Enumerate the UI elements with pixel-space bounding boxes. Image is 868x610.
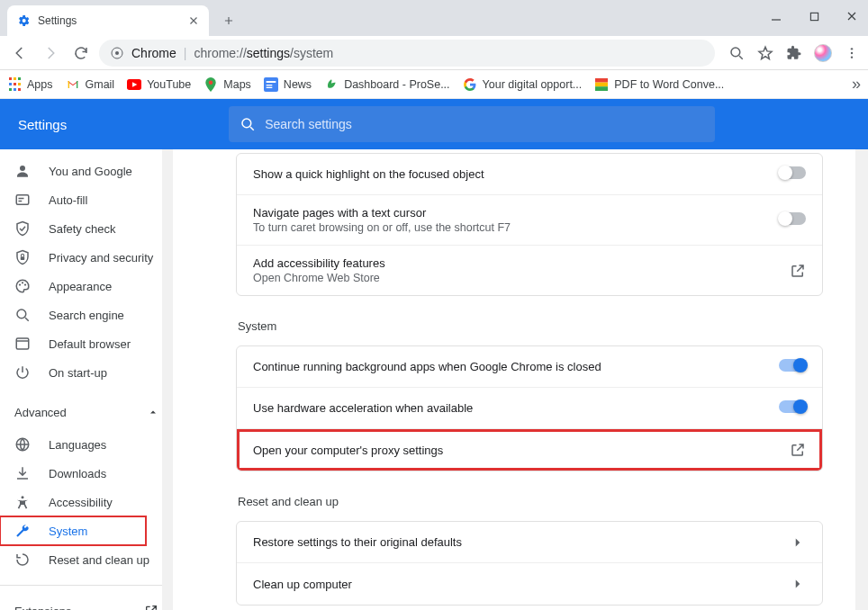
reload-button[interactable] (68, 40, 94, 66)
bookmark-pdf[interactable]: PDF to Word Conve... (594, 77, 724, 92)
svg-rect-20 (19, 201, 23, 202)
zoom-icon[interactable] (728, 44, 746, 62)
accessibility-icon (14, 494, 31, 510)
sidebar-item-reset[interactable]: Reset and clean up (0, 545, 173, 574)
search-icon (240, 116, 256, 132)
search-settings-icon (14, 307, 31, 323)
settings-main-panel: Show a quick highlight on the focused ob… (173, 149, 868, 610)
rainbow-doc-icon (594, 77, 609, 92)
section-title-reset: Reset and clean up (238, 495, 823, 508)
svg-rect-11 (267, 85, 273, 85)
svg-rect-18 (16, 195, 29, 205)
close-tab-icon[interactable] (187, 14, 200, 27)
close-window-button[interactable] (841, 5, 863, 27)
forward-button[interactable] (38, 40, 63, 66)
shield-check-icon (14, 220, 31, 237)
reset-card: Restore settings to their original defau… (236, 521, 823, 606)
bookmark-youtube[interactable]: YouTube (127, 77, 191, 92)
svg-point-8 (209, 80, 213, 85)
row-focus-highlight[interactable]: Show a quick highlight on the focused ob… (237, 154, 822, 195)
gmail-icon (66, 77, 80, 92)
settings-gear-icon (16, 13, 31, 28)
launch-icon (790, 442, 806, 458)
svg-point-4 (851, 48, 853, 49)
row-add-accessibility[interactable]: Add accessibility features Open Chrome W… (237, 246, 822, 295)
row-background-apps[interactable]: Continue running background apps when Go… (237, 346, 822, 388)
svg-rect-10 (267, 81, 276, 83)
sidebar-scrollbar-thumb[interactable] (162, 149, 173, 329)
apps-grid-icon (7, 77, 22, 92)
new-tab-button[interactable] (216, 8, 241, 33)
svg-point-17 (20, 166, 25, 171)
chrome-menu-button[interactable] (843, 44, 861, 62)
youtube-icon (127, 77, 141, 92)
svg-rect-21 (21, 256, 25, 260)
autofill-icon (14, 192, 31, 208)
download-icon (14, 465, 31, 481)
chevron-right-icon (790, 534, 806, 551)
extensions-puzzle-icon[interactable] (785, 44, 803, 62)
row-clean-up[interactable]: Clean up computer (237, 563, 822, 605)
minimize-button[interactable] (765, 5, 787, 27)
news-icon (264, 77, 278, 92)
window-controls (765, 5, 863, 27)
back-button[interactable] (7, 40, 32, 66)
bookmark-maps[interactable]: Maps (203, 77, 251, 92)
sidebar-item-appearance[interactable]: Appearance (0, 272, 173, 301)
svg-point-5 (851, 51, 853, 53)
main-scrollbar-thumb[interactable] (855, 518, 868, 599)
window-titlebar: Settings (0, 0, 868, 36)
bookmark-apps[interactable]: Apps (7, 77, 53, 92)
bookmark-star-icon[interactable] (756, 44, 774, 62)
toggle-focus-highlight[interactable] (779, 166, 806, 179)
launch-icon (144, 604, 158, 610)
globe-icon (14, 436, 31, 453)
google-g-icon (463, 77, 477, 92)
bookmark-digital[interactable]: Your digital opport... (463, 77, 583, 92)
settings-search-box[interactable] (229, 106, 715, 142)
sidebar-item-search-engine[interactable]: Search engine (0, 301, 173, 329)
system-card: Continue running background apps when Go… (236, 345, 823, 471)
bookmark-dashboard[interactable]: Dashboard - ProSe... (324, 77, 449, 92)
bookmarks-bar: Apps Gmail YouTube Maps News Dashboard -… (0, 70, 868, 99)
bookmark-gmail[interactable]: Gmail (66, 77, 115, 92)
settings-sidebar: You and Google Auto-fill Safety check Pr… (0, 149, 173, 610)
svg-rect-14 (595, 82, 608, 86)
svg-rect-26 (16, 338, 29, 349)
toggle-background-apps[interactable] (779, 359, 806, 372)
sidebar-item-languages[interactable]: Languages (0, 430, 173, 459)
sidebar-item-downloads[interactable]: Downloads (0, 459, 173, 488)
toggle-hardware-accel[interactable] (779, 400, 806, 413)
sidebar-item-autofill[interactable]: Auto-fill (0, 185, 173, 214)
profile-avatar[interactable] (814, 44, 832, 62)
sidebar-advanced-toggle[interactable]: Advanced (0, 394, 173, 430)
svg-point-16 (242, 119, 251, 128)
toggle-caret-browsing[interactable] (779, 212, 806, 225)
row-caret-browsing[interactable]: Navigate pages with a text cursor To tur… (237, 195, 822, 246)
accessibility-card: Show a quick highlight on the focused ob… (236, 153, 823, 296)
svg-point-3 (731, 48, 740, 57)
browser-icon (14, 336, 31, 352)
svg-point-23 (22, 282, 23, 283)
settings-search-input[interactable] (265, 117, 704, 131)
sidebar-item-privacy[interactable]: Privacy and security (0, 243, 173, 272)
omnibox-label: Chrome (131, 46, 176, 60)
row-hardware-accel[interactable]: Use hardware acceleration when available (237, 388, 822, 429)
bookmark-news[interactable]: News (264, 77, 312, 92)
sidebar-item-you-and-google[interactable]: You and Google (0, 157, 173, 185)
sidebar-item-on-startup[interactable]: On start-up (0, 358, 173, 387)
row-proxy-settings[interactable]: Open your computer's proxy settings (237, 429, 822, 471)
sidebar-item-default-browser[interactable]: Default browser (0, 329, 173, 358)
address-bar[interactable]: Chrome | chrome://settings/system (99, 40, 715, 67)
svg-point-25 (17, 309, 26, 318)
svg-point-2 (115, 51, 119, 55)
browser-tab[interactable]: Settings (7, 5, 209, 36)
sidebar-item-accessibility[interactable]: Accessibility (0, 488, 173, 516)
sidebar-item-system[interactable]: System (0, 516, 146, 545)
row-restore-defaults[interactable]: Restore settings to their original defau… (237, 522, 822, 563)
sidebar-item-safety-check[interactable]: Safety check (0, 214, 173, 243)
bookmarks-overflow-button[interactable]: » (852, 75, 861, 94)
maximize-button[interactable] (803, 5, 825, 27)
svg-point-6 (851, 56, 853, 58)
sidebar-extensions-link[interactable]: Extensions (0, 593, 173, 610)
